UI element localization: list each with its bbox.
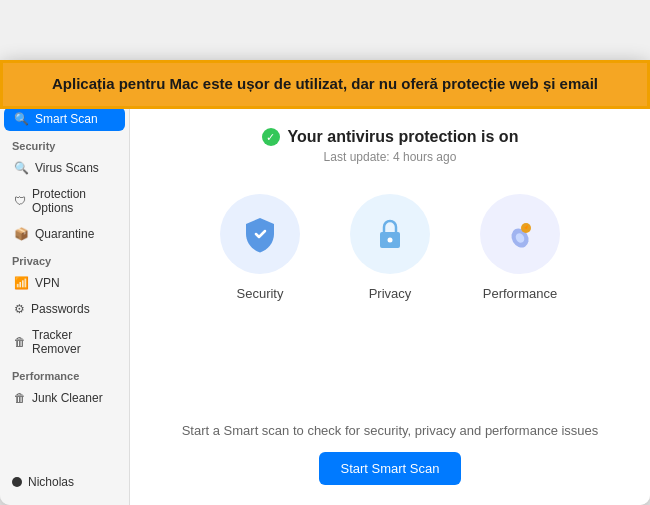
bottom-section: Start a Smart scan to check for security… — [182, 423, 599, 485]
password-icon: ⚙ — [14, 302, 25, 316]
user-avatar — [12, 477, 22, 487]
status-row: ✓ Your antivirus protection is on — [262, 128, 519, 146]
quarantine-icon: 📦 — [14, 227, 29, 241]
status-text: Your antivirus protection is on — [288, 128, 519, 146]
sidebar-section-security: Security — [0, 132, 129, 155]
sidebar-item-passwords[interactable]: ⚙ Passwords — [4, 297, 125, 321]
search-icon: 🔍 — [14, 112, 29, 126]
svg-point-1 — [388, 238, 393, 243]
sidebar-item-label: Quarantine — [35, 227, 94, 241]
user-profile[interactable]: Nicholas — [0, 467, 129, 497]
status-indicator: ✓ — [262, 128, 280, 146]
performance-label: Performance — [483, 286, 557, 301]
security-label: Security — [237, 286, 284, 301]
sidebar-item-label: Virus Scans — [35, 161, 99, 175]
sidebar-item-label: Passwords — [31, 302, 90, 316]
username: Nicholas — [28, 475, 74, 489]
top-banner: Aplicația pentru Mac este ușor de utiliz… — [0, 60, 650, 109]
privacy-label: Privacy — [369, 286, 412, 301]
scan-icon: 🔍 — [14, 161, 29, 175]
sidebar-item-tracker-remover[interactable]: 🗑 Tracker Remover — [4, 323, 125, 361]
sidebar-item-label: VPN — [35, 276, 60, 290]
sidebar-section-performance: Performance — [0, 362, 129, 385]
performance-card[interactable]: Performance — [480, 194, 560, 301]
shield-icon: 🛡 — [14, 194, 26, 208]
sidebar-item-smart-scan[interactable]: 🔍 Smart Scan — [4, 107, 125, 131]
performance-icon-circle — [480, 194, 560, 274]
vpn-icon: 📶 — [14, 276, 29, 290]
sidebar-section-privacy: Privacy — [0, 247, 129, 270]
sidebar-item-junk-cleaner[interactable]: 🗑 Junk Cleaner — [4, 386, 125, 410]
scan-hint: Start a Smart scan to check for security… — [182, 423, 599, 438]
security-card[interactable]: Security — [220, 194, 300, 301]
sidebar-item-quarantine[interactable]: 📦 Quarantine — [4, 222, 125, 246]
sidebar-item-virus-scans[interactable]: 🔍 Virus Scans — [4, 156, 125, 180]
privacy-card[interactable]: Privacy — [350, 194, 430, 301]
start-smart-scan-button[interactable]: Start Smart Scan — [319, 452, 462, 485]
sidebar-item-label: Smart Scan — [35, 112, 98, 126]
main-content: ✓ Your antivirus protection is on Last u… — [130, 98, 650, 505]
sidebar-item-label: Junk Cleaner — [32, 391, 103, 405]
sidebar-item-label: Tracker Remover — [32, 328, 115, 356]
privacy-icon-circle — [350, 194, 430, 274]
sidebar-item-label: Protection Options — [32, 187, 115, 215]
tracker-icon: 🗑 — [14, 335, 26, 349]
status-sub: Last update: 4 hours ago — [324, 150, 457, 164]
sidebar-item-vpn[interactable]: 📶 VPN — [4, 271, 125, 295]
sidebar: 🔍 Smart Scan Security 🔍 Virus Scans 🛡 Pr… — [0, 98, 130, 505]
junk-icon: 🗑 — [14, 391, 26, 405]
security-icon-circle — [220, 194, 300, 274]
feature-cards: Security Privacy — [220, 194, 560, 301]
sidebar-item-protection-options[interactable]: 🛡 Protection Options — [4, 182, 125, 220]
